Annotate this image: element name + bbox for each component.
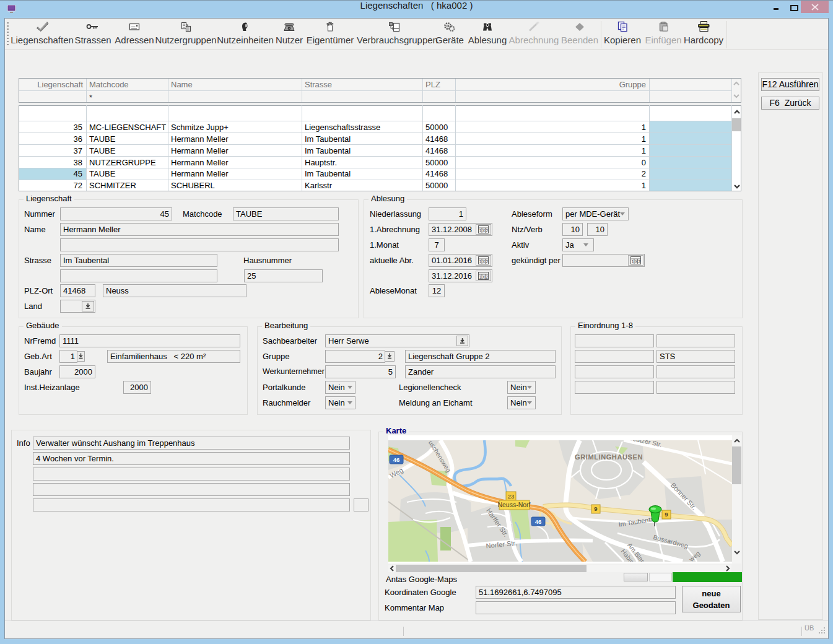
svg-text:2: 2: [486, 228, 489, 233]
svg-text:2: 2: [486, 259, 489, 264]
svg-text:2: 2: [639, 259, 641, 264]
svg-text:1: 1: [479, 275, 482, 279]
svg-text:1: 1: [479, 228, 482, 233]
svg-text:1: 1: [632, 259, 634, 264]
svg-text:2: 2: [486, 275, 489, 279]
svg-text:46: 46: [393, 456, 400, 463]
svg-text:1: 1: [479, 259, 482, 264]
svg-text:46: 46: [535, 518, 542, 525]
svg-text:X: X: [482, 259, 486, 264]
svg-text:X: X: [482, 275, 486, 279]
svg-text:X: X: [635, 259, 638, 264]
svg-text:Neuss-Norf: Neuss-Norf: [497, 501, 530, 508]
svg-text:X: X: [482, 228, 486, 233]
svg-text:23: 23: [508, 493, 515, 500]
svg-text:9: 9: [665, 511, 668, 518]
svg-text:GRIMLINGHAUSEN: GRIMLINGHAUSEN: [575, 453, 643, 461]
svg-text:9: 9: [594, 505, 597, 512]
